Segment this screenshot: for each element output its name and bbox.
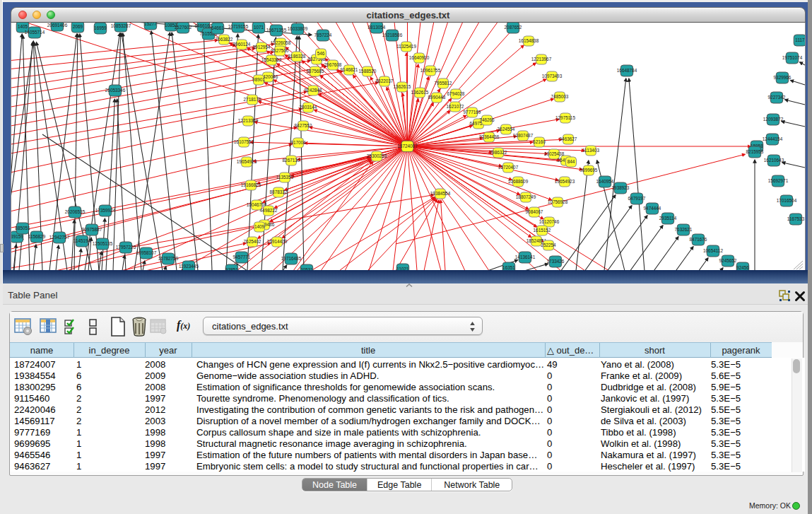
svg-text:8813054: 8813054 xyxy=(368,25,386,30)
svg-text:1409: 1409 xyxy=(254,224,265,229)
svg-text:19654923: 19654923 xyxy=(555,179,575,184)
svg-text:8215953: 8215953 xyxy=(746,149,764,154)
svg-text:12213369: 12213369 xyxy=(238,118,259,123)
svg-text:12975115: 12975115 xyxy=(555,115,575,120)
svg-text:9242848: 9242848 xyxy=(305,88,322,93)
svg-text:1156829: 1156829 xyxy=(28,234,46,239)
svg-text:98901: 98901 xyxy=(252,77,265,82)
svg-text:7625402: 7625402 xyxy=(244,239,261,244)
svg-text:3624554: 3624554 xyxy=(498,127,515,132)
svg-text:19166825: 19166825 xyxy=(241,182,261,187)
svg-text:1145194: 1145194 xyxy=(73,238,91,243)
svg-text:39159: 39159 xyxy=(11,234,23,239)
svg-text:14136141: 14136141 xyxy=(515,255,536,259)
svg-text:1362615: 1362615 xyxy=(394,84,411,89)
svg-text:90975887: 90975887 xyxy=(82,227,102,232)
svg-text:1405: 1405 xyxy=(18,24,28,29)
svg-text:6466160: 6466160 xyxy=(195,23,213,28)
svg-text:8912954: 8912954 xyxy=(253,45,271,49)
svg-text:16782759: 16782759 xyxy=(158,256,179,261)
svg-text:1135359: 1135359 xyxy=(276,175,294,180)
svg-text:11021: 11021 xyxy=(396,267,409,271)
svg-text:11923445: 11923445 xyxy=(179,264,199,269)
svg-text:10025438: 10025438 xyxy=(544,151,565,156)
svg-text:8427552: 8427552 xyxy=(295,123,312,128)
svg-text:8960124: 8960124 xyxy=(233,42,251,47)
svg-text:4498222: 4498222 xyxy=(260,208,278,213)
svg-text:9899695: 9899695 xyxy=(580,168,598,173)
svg-text:10961755: 10961755 xyxy=(420,68,441,73)
svg-text:8990448: 8990448 xyxy=(428,95,446,100)
svg-text:7485003: 7485003 xyxy=(551,94,569,99)
svg-text:15720407: 15720407 xyxy=(498,165,519,170)
svg-text:16543362: 16543362 xyxy=(261,57,282,62)
svg-text:9329966: 9329966 xyxy=(774,75,792,80)
svg-text:9457771: 9457771 xyxy=(233,255,251,259)
svg-text:10756928: 10756928 xyxy=(548,199,568,204)
svg-text:844: 844 xyxy=(567,159,575,164)
svg-text:9245652: 9245652 xyxy=(719,258,737,263)
svg-text:7986322: 7986322 xyxy=(490,150,507,155)
svg-text:92456: 92456 xyxy=(736,265,749,270)
svg-text:16671355: 16671355 xyxy=(266,28,287,33)
svg-text:9146821: 9146821 xyxy=(341,67,358,72)
svg-text:25300235: 25300235 xyxy=(367,153,387,158)
svg-text:16351: 16351 xyxy=(502,265,515,270)
svg-text:10046766: 10046766 xyxy=(247,202,267,207)
svg-text:252254: 252254 xyxy=(541,243,556,247)
svg-text:1733426: 1733426 xyxy=(547,259,565,264)
svg-text:16120746: 16120746 xyxy=(539,219,560,224)
svg-text:2935114: 2935114 xyxy=(659,216,677,221)
svg-text:5875685: 5875685 xyxy=(307,69,324,74)
svg-text:17957225: 17957225 xyxy=(116,245,136,250)
svg-text:546: 546 xyxy=(317,51,325,56)
svg-text:6794028: 6794028 xyxy=(447,91,465,96)
svg-text:16154838: 16154838 xyxy=(519,38,539,43)
svg-text:19716485: 19716485 xyxy=(281,256,302,261)
svg-text:1167533: 1167533 xyxy=(787,216,805,221)
svg-text:8471676: 8471676 xyxy=(690,237,707,242)
svg-text:12213967: 12213967 xyxy=(531,57,552,62)
svg-text:885051: 885051 xyxy=(15,226,30,230)
svg-text:9463627: 9463627 xyxy=(560,136,577,141)
svg-text:7663822: 7663822 xyxy=(216,37,233,42)
svg-text:1071: 1071 xyxy=(254,25,264,30)
svg-text:93851: 93851 xyxy=(225,267,238,271)
svg-text:8322037: 8322037 xyxy=(376,78,394,83)
svg-text:1938923: 1938923 xyxy=(612,185,630,190)
svg-text:8878332: 8878332 xyxy=(270,189,288,194)
svg-text:2069: 2069 xyxy=(73,24,83,29)
svg-text:19384554: 19384554 xyxy=(430,191,451,196)
svg-text:10958107: 10958107 xyxy=(136,250,157,255)
svg-text:1615152: 1615152 xyxy=(534,228,551,233)
svg-text:1362615: 1362615 xyxy=(411,90,429,95)
svg-text:19218586: 19218586 xyxy=(382,33,403,37)
svg-text:14055714: 14055714 xyxy=(25,30,45,35)
svg-text:20691406: 20691406 xyxy=(47,23,68,28)
svg-text:12505135: 12505135 xyxy=(93,241,113,246)
svg-text:7632621: 7632621 xyxy=(675,227,693,232)
svg-text:15277: 15277 xyxy=(144,23,157,26)
svg-text:1640954: 1640954 xyxy=(596,179,614,184)
svg-text:18807249: 18807249 xyxy=(516,194,536,199)
svg-text:2718176: 2718176 xyxy=(244,97,261,102)
svg-text:15692971: 15692971 xyxy=(768,178,789,183)
svg-text:917004: 917004 xyxy=(290,140,306,145)
svg-text:2087652: 2087652 xyxy=(505,25,522,30)
svg-text:2803144: 2803144 xyxy=(300,105,317,110)
svg-text:9327500: 9327500 xyxy=(271,48,289,53)
svg-text:1117: 1117 xyxy=(795,37,805,42)
svg-text:20531: 20531 xyxy=(300,267,313,271)
svg-text:1621072: 1621072 xyxy=(447,104,464,109)
svg-text:16914479: 16914479 xyxy=(267,239,288,244)
svg-text:16210643: 16210643 xyxy=(764,158,784,163)
svg-text:10719155: 10719155 xyxy=(228,24,249,29)
svg-text:1527602: 1527602 xyxy=(175,25,192,30)
svg-text:8267130: 8267130 xyxy=(283,158,300,163)
svg-text:9474444: 9474444 xyxy=(644,206,661,211)
svg-text:26053346: 26053346 xyxy=(105,88,126,93)
svg-text:19654923: 19654923 xyxy=(237,159,257,164)
svg-text:16033809: 16033809 xyxy=(288,26,308,31)
svg-text:62160: 62160 xyxy=(533,139,546,144)
svg-text:16107552: 16107552 xyxy=(234,139,254,144)
